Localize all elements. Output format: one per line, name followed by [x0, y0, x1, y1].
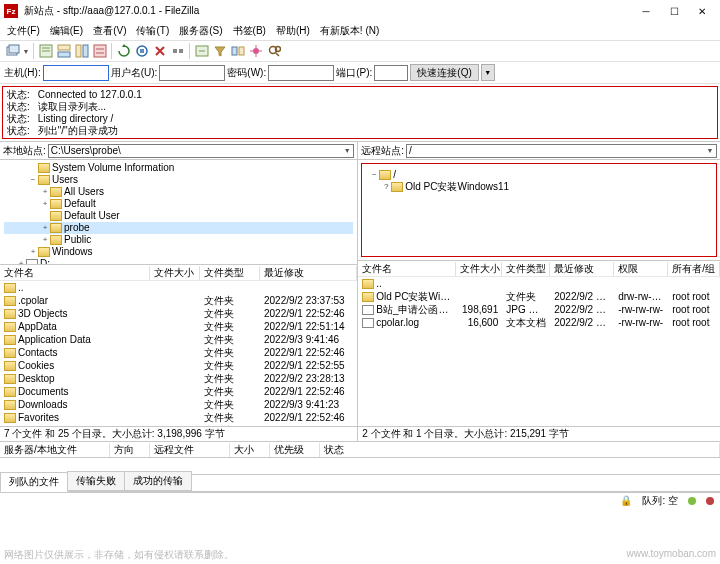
search-icon[interactable]	[265, 43, 282, 60]
tree-node[interactable]: −/	[369, 169, 709, 181]
local-tree[interactable]: System Volume Information−Users+All User…	[0, 160, 357, 264]
menu-bookmarks[interactable]: 书签(B)	[230, 23, 269, 39]
separator	[111, 43, 112, 59]
log-line: 读取目录列表...	[38, 101, 106, 112]
svg-rect-5	[58, 45, 70, 50]
list-item[interactable]: Contacts文件夹2022/9/1 22:52:46	[0, 346, 357, 359]
qcol-prio[interactable]: 优先级	[270, 443, 320, 457]
toggle-log-icon[interactable]	[37, 43, 54, 60]
col-mtime[interactable]: 最近修改	[550, 262, 614, 276]
menu-transfer[interactable]: 传输(T)	[133, 23, 172, 39]
port-input[interactable]	[374, 65, 408, 81]
col-perm[interactable]: 权限	[614, 262, 668, 276]
list-item[interactable]: cpolar.log16,600文本文档2022/9/2 22:...-rw-r…	[358, 316, 720, 329]
tree-node[interactable]: Default User	[4, 210, 353, 222]
list-item[interactable]: Old PC安装Windows...文件夹2022/9/2 23:...drw-…	[358, 290, 720, 303]
reconnect-icon[interactable]	[193, 43, 210, 60]
user-input[interactable]	[159, 65, 225, 81]
list-item[interactable]: B站_申请公函_New1.j...198,691JPG 文件2022/9/2 2…	[358, 303, 720, 316]
tree-node[interactable]: +All Users	[4, 186, 353, 198]
remote-tree[interactable]: −/?Old PC安装Windows11	[365, 167, 713, 195]
close-button[interactable]: ✕	[688, 2, 716, 20]
sitemanager-dropdown-icon[interactable]: ▼	[22, 43, 30, 60]
chevron-down-icon[interactable]: ▼	[341, 147, 353, 154]
filter-icon[interactable]	[211, 43, 228, 60]
local-list[interactable]: ...cpolar文件夹2022/9/2 23:37:533D Objects文…	[0, 281, 357, 426]
sitemanager-icon[interactable]	[4, 43, 21, 60]
maximize-button[interactable]: ☐	[660, 2, 688, 20]
tree-node[interactable]: +probe	[4, 222, 353, 234]
pass-input[interactable]	[268, 65, 334, 81]
menu-newversion[interactable]: 有新版本! (N)	[317, 23, 382, 39]
toggle-localtree-icon[interactable]	[55, 43, 72, 60]
tab-failed[interactable]: 传输失败	[67, 471, 125, 491]
remote-status: 2 个文件 和 1 个目录。大小总计: 215,291 字节	[358, 426, 720, 441]
list-item[interactable]: Cookies文件夹2022/9/1 22:52:55	[0, 359, 357, 372]
qcol-status[interactable]: 状态	[320, 443, 720, 457]
tree-node[interactable]: −Users	[4, 174, 353, 186]
chevron-down-icon[interactable]: ▼	[704, 147, 716, 154]
log-prefix: 状态:	[7, 125, 35, 137]
list-item[interactable]: Documents文件夹2022/9/1 22:52:46	[0, 385, 357, 398]
menu-help[interactable]: 帮助(H)	[273, 23, 313, 39]
cancel-icon[interactable]	[151, 43, 168, 60]
queue-footer: 队列: 空	[642, 494, 678, 508]
list-item[interactable]: ..	[0, 281, 357, 294]
sync-icon[interactable]	[247, 43, 264, 60]
pass-label: 密码(W):	[227, 66, 266, 80]
menu-edit[interactable]: 编辑(E)	[47, 23, 86, 39]
compare-icon[interactable]	[229, 43, 246, 60]
separator	[33, 43, 34, 59]
svg-rect-16	[232, 47, 237, 55]
minimize-button[interactable]: ─	[632, 2, 660, 20]
qcol-dir[interactable]: 方向	[110, 443, 150, 457]
log-line: Connected to 127.0.0.1	[38, 89, 142, 100]
host-input[interactable]	[43, 65, 109, 81]
tree-node[interactable]: System Volume Information	[4, 162, 353, 174]
qcol-size[interactable]: 大小	[230, 443, 270, 457]
menu-file[interactable]: 文件(F)	[4, 23, 43, 39]
quickconnect-dropdown[interactable]: ▼	[481, 64, 495, 81]
list-item[interactable]: ..	[358, 277, 720, 290]
col-mtime[interactable]: 最近修改	[260, 266, 357, 280]
col-size[interactable]: 文件大小	[150, 266, 200, 280]
statusbar: 🔒 队列: 空	[0, 492, 720, 508]
col-name[interactable]: 文件名	[358, 262, 456, 276]
list-item[interactable]: Desktop文件夹2022/9/2 23:28:13	[0, 372, 357, 385]
tree-node[interactable]: +Public	[4, 234, 353, 246]
remote-path-label: 远程站点:	[361, 144, 404, 158]
message-log[interactable]: 状态: Connected to 127.0.0.1 状态: 读取目录列表...…	[2, 86, 718, 139]
list-item[interactable]: Favorites文件夹2022/9/1 22:52:46	[0, 411, 357, 424]
qcol-server[interactable]: 服务器/本地文件	[0, 443, 110, 457]
col-owner[interactable]: 所有者/组	[668, 262, 720, 276]
tree-node[interactable]: +Windows	[4, 246, 353, 258]
qcol-remote[interactable]: 远程文件	[150, 443, 230, 457]
toggle-queue-icon[interactable]	[91, 43, 108, 60]
col-name[interactable]: 文件名	[0, 266, 150, 280]
svg-point-21	[275, 47, 280, 52]
local-path-combo[interactable]: C:\Users\probe\▼	[48, 144, 354, 158]
remote-list[interactable]: ..Old PC安装Windows...文件夹2022/9/2 23:...dr…	[358, 277, 720, 426]
col-type[interactable]: 文件类型	[502, 262, 550, 276]
list-item[interactable]: AppData文件夹2022/9/1 22:51:14	[0, 320, 357, 333]
list-item[interactable]: .cpolar文件夹2022/9/2 23:37:53	[0, 294, 357, 307]
refresh-icon[interactable]	[115, 43, 132, 60]
list-item[interactable]: Downloads文件夹2022/9/3 9:41:23	[0, 398, 357, 411]
list-item[interactable]: 3D Objects文件夹2022/9/1 22:52:46	[0, 307, 357, 320]
quickconnect-button[interactable]: 快速连接(Q)	[410, 64, 478, 81]
disconnect-icon[interactable]	[169, 43, 186, 60]
window-title: 新站点 - sftp://aaa@127.0.0.1 - FileZilla	[24, 4, 632, 18]
processqueue-icon[interactable]	[133, 43, 150, 60]
tree-node[interactable]: +Default	[4, 198, 353, 210]
toggle-remotetree-icon[interactable]	[73, 43, 90, 60]
local-pathbar: 本地站点: C:\Users\probe\▼	[0, 142, 357, 160]
list-item[interactable]: Application Data文件夹2022/9/3 9:41:46	[0, 333, 357, 346]
menu-view[interactable]: 查看(V)	[90, 23, 129, 39]
tab-queued[interactable]: 列队的文件	[0, 472, 68, 492]
remote-path-combo[interactable]: /▼	[406, 144, 717, 158]
tree-node[interactable]: ?Old PC安装Windows11	[369, 181, 709, 193]
tab-success[interactable]: 成功的传输	[124, 471, 192, 491]
col-type[interactable]: 文件类型	[200, 266, 260, 280]
col-size[interactable]: 文件大小	[456, 262, 502, 276]
menu-server[interactable]: 服务器(S)	[176, 23, 225, 39]
